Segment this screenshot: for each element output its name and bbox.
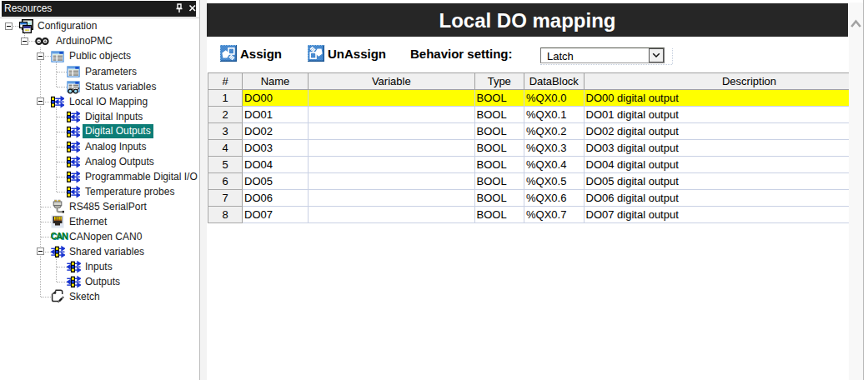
svg-text:CAN: CAN bbox=[51, 231, 68, 241]
